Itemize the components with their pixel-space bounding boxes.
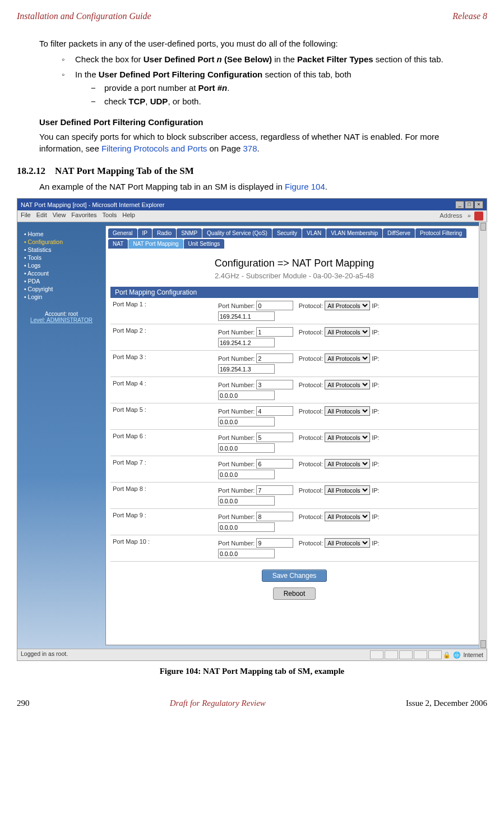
port-number-input[interactable]	[256, 485, 293, 495]
menu-item[interactable]: Help	[122, 212, 135, 218]
protocol-select[interactable]: All Protocols	[325, 512, 370, 521]
tab[interactable]: DiffServe	[383, 228, 415, 238]
port-map-label: Port Map 9 :	[110, 509, 216, 535]
port-number-input[interactable]	[256, 538, 293, 548]
protocol-select[interactable]: All Protocols	[325, 380, 370, 389]
port-number-input[interactable]	[256, 433, 293, 442]
sidebar-account-info: Account: root Level: ADMINISTRATOR	[21, 311, 102, 323]
port-number-label: Port Number:	[218, 355, 255, 362]
sidebar-item[interactable]: Copyright	[24, 285, 102, 293]
status-cell	[399, 650, 413, 659]
protocol-select[interactable]: All Protocols	[325, 406, 370, 416]
ie-logo-icon	[474, 212, 483, 221]
bullet-item-1: Check the box for User Defined Port n (S…	[62, 54, 482, 65]
sidebar-item[interactable]: Tools	[24, 254, 102, 261]
protocol-select[interactable]: All Protocols	[325, 433, 370, 442]
ip-input[interactable]	[218, 417, 275, 426]
status-cell	[428, 650, 442, 659]
lock-icon: 🔒	[443, 651, 451, 659]
sidebar-item[interactable]: Home	[24, 230, 102, 238]
window-titlebar: NAT Port Mapping [root] - Microsoft Inte…	[17, 199, 487, 210]
port-number-label: Port Number:	[218, 540, 255, 547]
port-number-input[interactable]	[256, 512, 293, 521]
ip-label: IP:	[372, 408, 379, 415]
sidebar-item[interactable]: Statistics	[24, 246, 102, 254]
ip-input[interactable]	[218, 311, 275, 321]
ip-input[interactable]	[218, 549, 275, 558]
close-icon[interactable]: ×	[474, 201, 483, 209]
intro-paragraph: To filter packets in any of the user-def…	[39, 38, 482, 49]
protocol-label: Protocol:	[299, 487, 323, 494]
save-changes-button[interactable]: Save Changes	[262, 570, 327, 582]
menu-item[interactable]: Favorites	[71, 212, 96, 218]
ip-input[interactable]	[218, 522, 275, 532]
port-number-input[interactable]	[256, 353, 293, 363]
port-number-label: Port Number:	[218, 382, 255, 388]
port-map-label: Port Map 2 :	[110, 324, 216, 351]
port-map-label: Port Map 3 :	[110, 351, 216, 377]
protocol-select[interactable]: All Protocols	[325, 301, 370, 310]
maximize-icon[interactable]: □	[465, 201, 474, 209]
tab[interactable]: IP	[138, 228, 152, 238]
tab[interactable]: Quality of Service (QoS)	[202, 228, 272, 238]
protocol-select[interactable]: All Protocols	[325, 459, 370, 469]
tab[interactable]: Security	[272, 228, 302, 238]
address-label: Address	[440, 212, 462, 219]
sidebar: HomeConfigurationStatisticsToolsLogsAcco…	[17, 222, 105, 649]
menu-item[interactable]: Tools	[103, 212, 117, 218]
bullet-item-2: In the User Defined Port Filtering Confi…	[62, 69, 482, 108]
port-number-label: Port Number:	[218, 487, 255, 494]
port-map-label: Port Map 7 :	[110, 456, 216, 483]
ip-input[interactable]	[218, 364, 275, 374]
tab[interactable]: Unit Settings	[184, 239, 225, 249]
tab[interactable]: VLAN	[302, 228, 326, 238]
section-heading: 18.2.12NAT Port Mapping Tab of the SM	[17, 166, 487, 177]
tab[interactable]: SNMP	[177, 228, 202, 238]
sidebar-item[interactable]: Account	[24, 269, 102, 277]
tab[interactable]: NAT	[108, 239, 128, 249]
ip-label: IP:	[372, 434, 379, 441]
protocol-select[interactable]: All Protocols	[325, 538, 370, 548]
sidebar-item[interactable]: Configuration	[24, 238, 102, 246]
protocol-select[interactable]: All Protocols	[325, 353, 370, 363]
config-page-title: Configuration => NAT Port Mapping	[106, 258, 483, 269]
sidebar-item[interactable]: Login	[24, 293, 102, 301]
reboot-button[interactable]: Reboot	[273, 587, 316, 600]
menu-item[interactable]: File	[21, 212, 31, 218]
port-number-input[interactable]	[256, 301, 293, 310]
protocol-label: Protocol:	[299, 382, 323, 388]
link-filtering[interactable]: Filtering Protocols and Ports	[101, 144, 207, 153]
protocol-select[interactable]: All Protocols	[325, 327, 370, 337]
ip-input[interactable]	[218, 391, 275, 400]
menu-item[interactable]: View	[53, 212, 66, 218]
tab[interactable]: Radio	[152, 228, 176, 238]
sidebar-item[interactable]: Logs	[24, 261, 102, 269]
footer-right: Issue 2, December 2006	[406, 699, 487, 708]
port-map-label: Port Map 8 :	[110, 483, 216, 509]
tab[interactable]: Protocol Filtering	[415, 228, 466, 238]
ip-input[interactable]	[218, 470, 275, 479]
port-number-input[interactable]	[256, 327, 293, 337]
port-map-label: Port Map 5 :	[110, 403, 216, 430]
minimize-icon[interactable]: _	[455, 201, 464, 209]
port-number-input[interactable]	[256, 459, 293, 469]
page-header: Installation and Configuration Guide Rel…	[17, 11, 487, 21]
tab-nat-port-mapping[interactable]: NAT Port Mapping	[128, 239, 183, 249]
link-page-378[interactable]: 378	[243, 144, 257, 153]
ip-input[interactable]	[218, 338, 275, 347]
link-figure-104[interactable]: Figure 104	[285, 182, 325, 191]
ip-input[interactable]	[218, 443, 275, 453]
port-number-input[interactable]	[256, 380, 293, 389]
main-panel: GeneralIPRadioSNMPQuality of Service (Qo…	[105, 226, 483, 645]
table-row: Port Map 4 :Port Number: Protocol: All P…	[110, 377, 478, 403]
sidebar-item[interactable]: PDA	[24, 277, 102, 285]
port-number-input[interactable]	[256, 406, 293, 416]
protocol-select[interactable]: All Protocols	[325, 485, 370, 495]
table-row: Port Map 10 :Port Number: Protocol: All …	[110, 535, 478, 562]
scrollbar[interactable]	[479, 222, 487, 649]
tab[interactable]: General	[108, 228, 137, 238]
tab[interactable]: VLAN Membership	[326, 228, 382, 238]
status-cell	[370, 650, 383, 659]
menu-item[interactable]: Edit	[36, 212, 47, 218]
ip-input[interactable]	[218, 496, 275, 506]
